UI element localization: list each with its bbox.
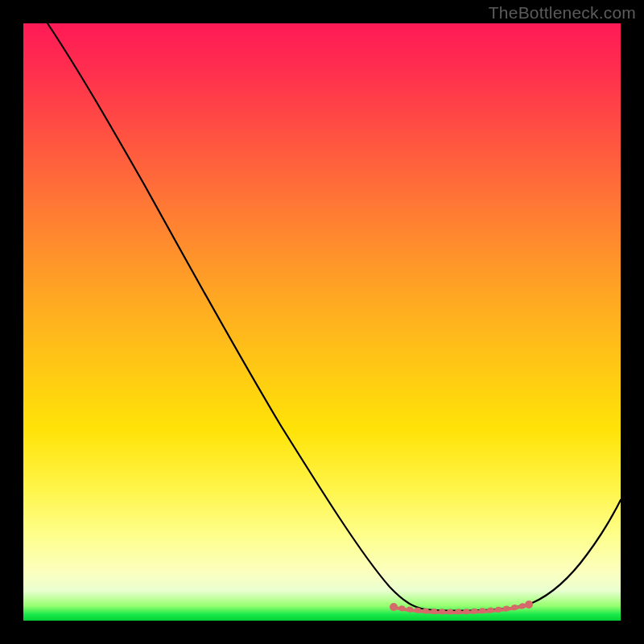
watermark-text: TheBottleneck.com xyxy=(489,3,636,23)
bottleneck-curve xyxy=(47,23,621,611)
chart-frame: TheBottleneck.com xyxy=(0,0,644,644)
highlight-dot-right xyxy=(525,601,533,609)
highlight-dot-left xyxy=(390,603,398,611)
bottleneck-curve-svg xyxy=(23,23,621,621)
plot-area xyxy=(23,23,621,621)
